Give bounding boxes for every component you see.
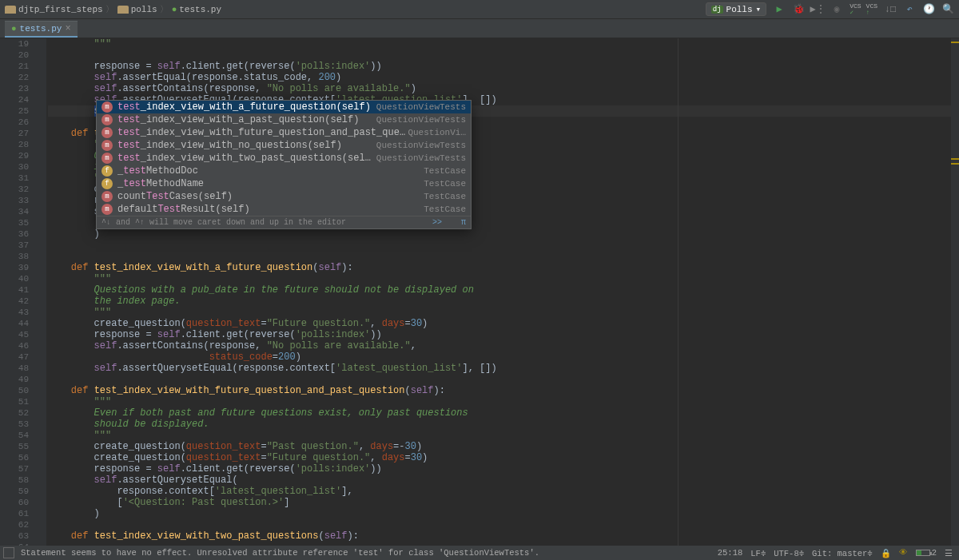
editor-tabs: ● tests.py × <box>0 19 959 38</box>
run-config-label: Polls <box>726 5 753 14</box>
completion-item[interactable]: mtest_index_view_with_no_questions(self)… <box>97 139 471 152</box>
vcs-actions[interactable]: VCS✓ VCS↑ <box>850 3 877 16</box>
field-icon: f <box>101 165 113 177</box>
completion-label: test_index_view_with_two_past_questions(… <box>117 153 376 164</box>
completion-item[interactable]: mcountTestCases(self)TestCase <box>97 190 471 203</box>
python-file-icon: ● <box>172 5 177 14</box>
completion-item[interactable]: mtest_index_view_with_two_past_questions… <box>97 152 471 165</box>
run-toolbar: ▶ 🐞 ▶⋮ ◉ VCS✓ VCS↑ ↓□ ↶ 🕐 🔍 <box>773 3 954 16</box>
chevron-down-icon: ▾ <box>756 4 762 14</box>
chevron-right-icon: 〉 <box>105 3 114 15</box>
completion-label: _testMethodDoc <box>117 165 424 177</box>
close-icon[interactable]: × <box>65 23 70 34</box>
debug-icon[interactable]: 🐞 <box>792 3 805 16</box>
clock-icon[interactable]: 🕐 <box>922 3 935 16</box>
completion-label: test_index_view_with_no_questions(self) <box>117 140 376 151</box>
method-icon: m <box>101 191 113 202</box>
tab-label: tests.py <box>20 24 62 34</box>
completion-label: test_index_view_with_future_question_and… <box>117 127 408 138</box>
run-icon[interactable]: ▶ <box>773 3 786 16</box>
breadcrumb: djtp_first_steps 〉 polls 〉 ● tests.py <box>5 3 706 15</box>
folder-icon <box>5 6 16 14</box>
completion-item[interactable]: mtest_index_view_with_a_future_question(… <box>97 101 471 113</box>
chevron-right-icon: 〉 <box>160 3 169 15</box>
method-icon: m <box>101 153 113 164</box>
completion-item[interactable]: mdefaultTestResult(self)TestCase <box>97 203 471 216</box>
completion-more-link[interactable]: >> <box>432 218 442 227</box>
status-bar: Statement seems to have no effect. Unres… <box>0 546 959 560</box>
completion-item[interactable]: mtest_index_view_with_future_question_an… <box>97 126 471 139</box>
update-project-icon[interactable]: ↓□ <box>884 3 897 16</box>
completion-class: TestCase <box>424 166 466 176</box>
line-gutter: 1920212223242526272829303132333435363738… <box>0 38 37 546</box>
completion-footer: ^↓ and ^↑ will move caret down and up in… <box>97 216 471 228</box>
run-coverage-icon[interactable]: ▶⋮ <box>811 3 824 16</box>
inspection-marker-warning[interactable] <box>951 163 959 165</box>
completion-class: QuestionViewTests <box>376 153 466 163</box>
completion-class: QuestionViewTests <box>376 115 466 125</box>
top-toolbar: djtp_first_steps 〉 polls 〉 ● tests.py dj… <box>0 0 959 19</box>
method-icon: m <box>101 127 113 138</box>
tool-window-toggle-icon[interactable] <box>3 547 14 558</box>
breadcrumb-label: polls <box>131 5 157 14</box>
method-icon: m <box>101 140 113 151</box>
method-icon: m <box>101 114 113 125</box>
completion-class: QuestionVi… <box>408 128 466 137</box>
completion-label: countTestCases(self) <box>117 191 424 202</box>
notifications-icon[interactable]: ☰ <box>945 548 953 558</box>
completion-item[interactable]: f_testMethodDocTestCase <box>97 165 471 177</box>
completion-class: TestCase <box>424 205 466 214</box>
completion-class: TestCase <box>424 192 466 201</box>
code-completion-popup[interactable]: mtest_index_view_with_a_future_question(… <box>96 100 472 229</box>
folder-icon <box>117 6 129 14</box>
method-icon: m <box>101 101 113 113</box>
python-file-icon: ● <box>11 24 17 34</box>
lock-icon[interactable]: 🔒 <box>881 548 891 558</box>
breadcrumb-item-folder[interactable]: polls 〉 <box>117 3 169 15</box>
completion-label: test_index_view_with_a_future_question(s… <box>117 101 376 113</box>
inspections-icon[interactable]: 👁 <box>899 548 908 558</box>
undo-icon[interactable]: ↶ <box>903 3 916 16</box>
completion-item[interactable]: mtest_index_view_with_a_past_question(se… <box>97 113 471 126</box>
inspection-marker-warning[interactable] <box>951 42 959 43</box>
status-message: Statement seems to have no effect. Unres… <box>21 548 539 558</box>
tab-tests-py[interactable]: ● tests.py × <box>5 21 78 38</box>
inspection-marker-warning[interactable] <box>951 158 959 160</box>
completion-item[interactable]: f_testMethodNameTestCase <box>97 177 471 190</box>
django-icon: dj <box>711 6 723 14</box>
breadcrumb-label: djtp_first_steps <box>18 5 103 14</box>
error-stripe[interactable] <box>951 38 959 546</box>
breadcrumb-label: tests.py <box>179 5 221 14</box>
stop-icon[interactable]: ◉ <box>830 3 843 16</box>
completion-hint: ^↓ and ^↑ will move caret down and up in… <box>101 218 346 227</box>
breadcrumb-item-file[interactable]: ● tests.py <box>172 5 221 14</box>
field-icon: f <box>101 178 113 189</box>
caret-position[interactable]: 25:18 <box>718 548 743 558</box>
method-icon: m <box>101 204 113 215</box>
completion-class: TestCase <box>424 179 466 189</box>
line-separator[interactable]: LF≑ <box>750 548 766 558</box>
completion-label: _testMethodName <box>117 178 424 189</box>
run-configuration-dropdown[interactable]: dj Polls ▾ <box>706 2 766 16</box>
right-margin-line <box>678 38 678 546</box>
fold-column <box>37 38 46 546</box>
completion-class: QuestionViewTests <box>376 141 466 150</box>
memory-battery-indicator[interactable]: 2 <box>916 548 937 558</box>
completion-class: QuestionViewTests <box>376 102 466 112</box>
completion-label: defaultTestResult(self) <box>117 204 424 215</box>
git-branch[interactable]: Git: master≑ <box>812 548 873 558</box>
search-icon[interactable]: 🔍 <box>941 3 954 16</box>
breadcrumb-item-project[interactable]: djtp_first_steps 〉 <box>5 3 114 15</box>
file-encoding[interactable]: UTF-8≑ <box>774 548 804 558</box>
completion-label: test_index_view_with_a_past_question(sel… <box>117 114 376 125</box>
popup-resize-icon[interactable]: π <box>461 218 466 227</box>
